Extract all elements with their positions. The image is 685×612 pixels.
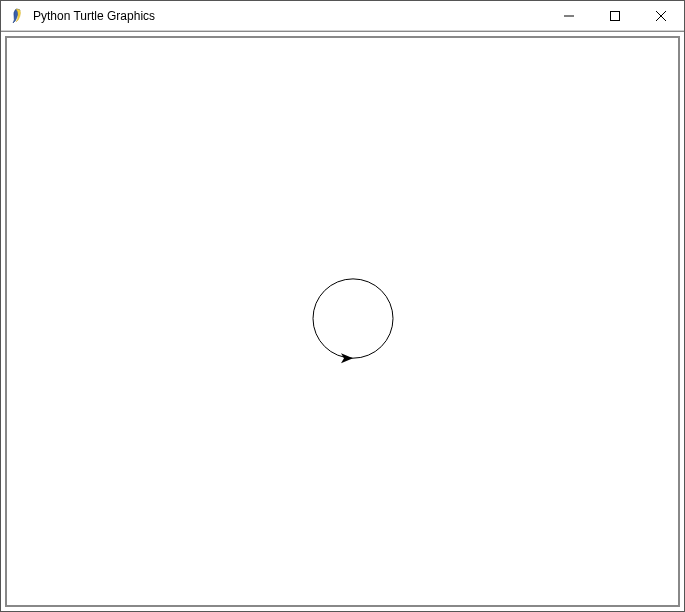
close-button[interactable] — [638, 1, 684, 31]
window-title: Python Turtle Graphics — [29, 9, 546, 23]
drawn-circle — [313, 279, 393, 358]
window-controls — [546, 1, 684, 31]
svg-marker-4 — [341, 353, 353, 363]
svg-rect-1 — [611, 11, 620, 20]
turtle-cursor — [341, 353, 353, 363]
maximize-icon — [610, 11, 620, 21]
minimize-icon — [564, 11, 574, 21]
canvas-border — [5, 36, 680, 607]
app-window: Python Turtle Graphics — [0, 0, 685, 612]
minimize-button[interactable] — [546, 1, 592, 31]
turtle-canvas — [7, 38, 678, 605]
client-area — [1, 31, 684, 611]
close-icon — [656, 11, 666, 21]
titlebar[interactable]: Python Turtle Graphics — [1, 1, 684, 31]
python-feather-icon — [5, 1, 29, 31]
maximize-button[interactable] — [592, 1, 638, 31]
